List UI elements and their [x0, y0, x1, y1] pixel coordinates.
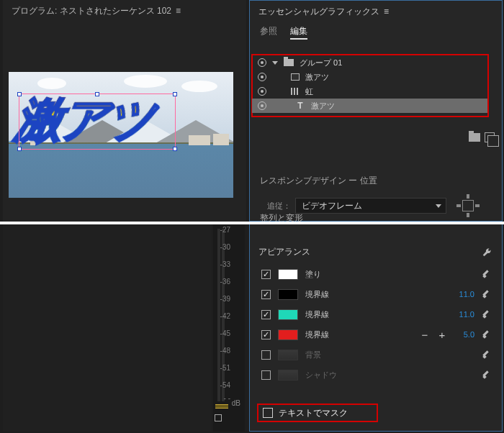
layer-text[interactable]: T 激アツ — [252, 99, 487, 113]
stroke-width[interactable]: 11.0 — [454, 310, 474, 319]
new-folder-button[interactable] — [469, 133, 480, 142]
stroke-label: 境界線 — [305, 329, 413, 340]
layer-clip-1[interactable]: 激アツ — [252, 70, 487, 84]
panel-menu-icon[interactable]: ≡ — [176, 6, 181, 16]
fill-checkbox[interactable] — [261, 270, 271, 279]
responsive-header: レスポンシブデザイン ー 位置 — [250, 165, 502, 193]
lower-left-panel — [3, 224, 212, 432]
eg-tabs: 参照 編集 — [250, 22, 502, 40]
layer-clip-2[interactable]: 虹 — [252, 84, 487, 99]
audio-meter: -27 -30 -33 -36 -39 -42 -45 -48 -51 -54 … — [213, 224, 245, 432]
layer-label: 虹 — [305, 86, 313, 97]
clip-icon — [291, 73, 300, 81]
add-stroke-button[interactable]: + — [437, 329, 447, 341]
background-row: 背景 — [250, 345, 502, 365]
db-tick: -51 — [220, 364, 230, 372]
stroke-width[interactable]: 11.0 — [454, 290, 474, 298]
mask-with-text-row: テキストでマスク — [257, 404, 378, 422]
visibility-toggle[interactable] — [258, 87, 266, 96]
stroke-label: 境界線 — [305, 309, 447, 320]
shadow-swatch[interactable] — [278, 370, 298, 380]
db-tick: -48 — [220, 347, 230, 355]
eyedropper-icon[interactable] — [482, 370, 492, 380]
layer-label: 激アツ — [305, 72, 329, 83]
db-tick: - - — [224, 394, 230, 402]
db-tick: -27 — [220, 226, 230, 234]
layer-group[interactable]: グループ 01 — [252, 55, 487, 70]
mask-label: テキストでマスク — [279, 407, 348, 419]
stroke-checkbox[interactable] — [261, 330, 271, 339]
db-tick: -30 — [220, 243, 230, 251]
stroke-swatch[interactable] — [278, 289, 298, 300]
eg-title: エッセンシャルグラフィックス — [258, 6, 379, 18]
db-tick: -54 — [220, 381, 230, 389]
shadow-row: シャドウ — [250, 365, 502, 385]
stroke-row-3: 境界線 − + 5.0 — [250, 324, 502, 345]
eg-header: エッセンシャルグラフィックス ≡ — [250, 1, 502, 22]
follow-value: ビデオフレーム — [302, 200, 362, 212]
db-tick: -45 — [220, 329, 230, 337]
db-tick: -36 — [220, 278, 230, 286]
background-label: 背景 — [305, 350, 427, 360]
db-tick: -42 — [220, 312, 230, 320]
appearance-panel: アピアランス 塗り 境界線 11.0 境界線 11.0 境界線 − + 5.0 … — [249, 224, 503, 432]
follow-select[interactable]: ビデオフレーム — [295, 198, 446, 214]
stroke-row-1: 境界線 11.0 — [250, 284, 502, 304]
stroke-row-2: 境界線 11.0 — [250, 304, 502, 324]
new-layer-button[interactable] — [485, 132, 495, 142]
follow-label: 追従： — [267, 201, 291, 211]
fill-swatch[interactable] — [278, 269, 298, 280]
db-tick: -33 — [220, 260, 230, 268]
fill-row: 塗り — [250, 264, 502, 284]
expand-icon[interactable] — [272, 61, 278, 65]
folder-icon — [284, 59, 294, 66]
solo-toggle[interactable] — [215, 414, 222, 421]
mask-checkbox[interactable] — [263, 408, 273, 418]
visibility-toggle[interactable] — [258, 101, 266, 110]
remove-stroke-button[interactable]: − — [420, 329, 430, 341]
text-icon: T — [295, 101, 305, 111]
background-swatch[interactable] — [278, 350, 298, 360]
eyedropper-icon[interactable] — [482, 350, 492, 360]
chevron-down-icon — [436, 204, 441, 208]
fill-label: 塗り — [305, 269, 427, 280]
bars-icon — [291, 88, 300, 95]
program-monitor-panel: プログラム: ネストされたシーケンス 102 ≡ 激アツ — [3, 0, 246, 222]
stroke-swatch[interactable] — [278, 329, 298, 340]
eyedropper-icon[interactable] — [482, 289, 492, 299]
shadow-label: シャドウ — [305, 370, 427, 380]
db-tick: -39 — [220, 295, 230, 303]
eyedropper-icon[interactable] — [482, 329, 492, 339]
tab-browse[interactable]: 参照 — [260, 25, 277, 40]
stroke-width[interactable]: 5.0 — [454, 330, 474, 339]
eyedropper-icon[interactable] — [482, 309, 492, 319]
tab-edit[interactable]: 編集 — [290, 25, 307, 40]
program-title: プログラム: ネストされたシーケンス 102 — [12, 5, 171, 17]
essential-graphics-panel: エッセンシャルグラフィックス ≡ 参照 編集 グループ 01 激アツ 虹 — [249, 0, 503, 222]
stroke-checkbox[interactable] — [261, 310, 271, 319]
program-preview[interactable]: 激アツ — [9, 72, 233, 198]
panel-menu-icon[interactable]: ≡ — [384, 6, 389, 17]
db-unit: dB — [232, 399, 240, 407]
visibility-toggle[interactable] — [258, 58, 266, 67]
stroke-checkbox[interactable] — [261, 290, 271, 299]
layers-list: グループ 01 激アツ 虹 T 激アツ — [252, 55, 487, 113]
appearance-header: アピアランス — [258, 246, 310, 258]
pin-widget[interactable] — [454, 193, 482, 219]
layer-label: グループ 01 — [300, 58, 342, 68]
background-checkbox[interactable] — [261, 350, 271, 360]
stroke-swatch[interactable] — [278, 309, 298, 320]
wrench-icon[interactable] — [482, 247, 492, 257]
shadow-checkbox[interactable] — [261, 370, 271, 380]
layer-label: 激アツ — [311, 101, 335, 111]
visibility-toggle[interactable] — [258, 73, 266, 81]
program-monitor-header: プログラム: ネストされたシーケンス 102 ≡ — [3, 0, 246, 22]
stroke-label: 境界線 — [305, 289, 447, 300]
eyedropper-icon[interactable] — [482, 269, 492, 279]
